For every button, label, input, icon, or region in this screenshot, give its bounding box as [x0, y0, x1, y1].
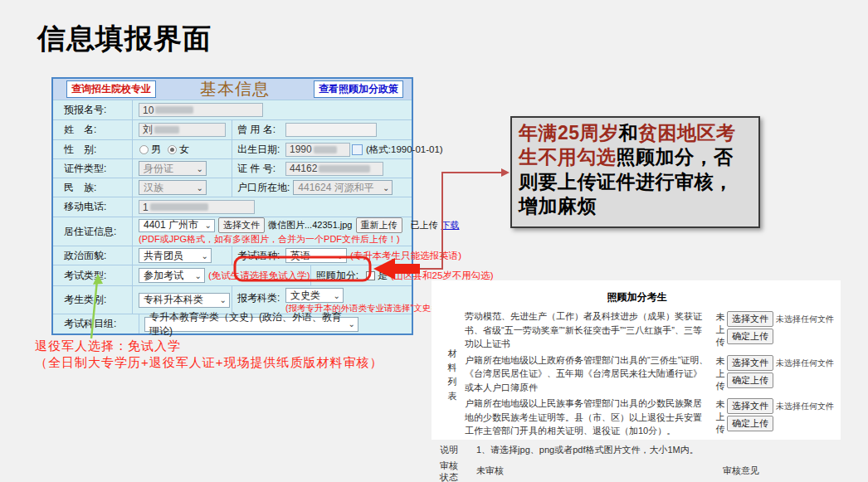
material-item-2: 户籍所在地地级以上政府侨务管理部门出具的“三侨生”证明、《台湾居民居住证》、五年…: [465, 353, 834, 395]
exam-type-label: 考试类型:: [53, 265, 133, 285]
form-header: 查询招生院校专业 基本信息 查看照顾加分政策: [53, 79, 412, 100]
chevron-down-icon: ⌄: [195, 271, 202, 280]
review-opinion-label: 审核意见: [723, 465, 759, 477]
bonus-checkbox[interactable]: [366, 271, 375, 280]
former-name-label: 曾 用 名:: [232, 123, 282, 137]
bonus-checkbox-text: 是: [378, 269, 388, 283]
chevron-down-icon: ⌄: [197, 164, 203, 173]
no-file-text-1: 未选择任何文件: [776, 314, 834, 324]
permit-note: (PDF或JPG格式，如有多张图片，合并为一个PDF文件后上传！): [139, 233, 460, 246]
bonus-callout-box: 年满25周岁和贫困地区考生不用勾选照顾加分，否则要上传证件进行审核，增加麻烦: [510, 116, 760, 228]
callout-text-1: 和: [619, 122, 639, 144]
birth-label: 出生日期:: [232, 143, 282, 157]
chevron-down-icon: ⌄: [337, 251, 344, 260]
material-item-3: 户籍所在地地级以上民族事务管理部门出具的少数民族聚居地的少数民族考生证明等。县（…: [465, 397, 834, 438]
permit-city-select[interactable]: 4401 广州市⌄: [139, 219, 215, 232]
id-type-label: 证件类型:: [53, 159, 133, 178]
gender-female-radio[interactable]: [168, 145, 177, 154]
permit-download-link[interactable]: 下载: [441, 219, 460, 231]
page-title: 信息填报界面: [37, 20, 212, 58]
former-name-input[interactable]: [285, 123, 377, 137]
choose-file-button-3[interactable]: 选择文件: [727, 398, 773, 414]
gender-female-text: 女: [179, 143, 189, 157]
id-no-label: 证 件 号:: [232, 162, 282, 176]
material-item-1: 劳动模范、先进生产（工作）者及科技进步（成果）奖获证书、省级“五一劳动奖章”“新…: [465, 309, 834, 351]
confirm-upload-button-2[interactable]: 确定上传: [727, 372, 773, 388]
permit-label: 居住证信息:: [53, 217, 133, 246]
preno-label: 预报名号:: [53, 100, 133, 119]
view-bonus-policy-button[interactable]: 查看照顾加分政策: [314, 80, 403, 98]
review-status-value: 未审核: [476, 465, 504, 477]
subject-group-label: 考试科目组:: [53, 314, 139, 334]
query-colleges-button[interactable]: 查询招生院校专业: [66, 80, 156, 98]
subject-class-label: 报考科类:: [232, 288, 282, 305]
chevron-down-icon: ⌄: [220, 295, 227, 304]
material-list-label: 材 料 列 表: [440, 309, 465, 441]
basic-info-form: 查询招生院校专业 基本信息 查看照顾加分政策 预报名号: 10 姓 名: 刘 曾…: [51, 77, 413, 335]
veteran-note: 退役军人选择：免试入学 （全日制大专学历+退役军人证+现场提供纸质版材料审核）: [35, 338, 383, 372]
row-permit: 居住证信息: 4401 广州市⌄ 选择文件 微信图片...42351.jpg 重…: [53, 217, 412, 246]
gender-male-radio[interactable]: [139, 145, 149, 154]
subject-class-select[interactable]: 文史类⌄: [285, 288, 344, 303]
subject-group-select[interactable]: 专升本教育学类（文史）(政治、外语、教育理论)⌄: [144, 317, 358, 332]
category-select[interactable]: 专科升本科类⌄: [139, 293, 230, 308]
name-input[interactable]: 刘: [139, 123, 226, 137]
language-label: 考试语种:: [232, 249, 282, 263]
bonus-label: 照顾加分:: [311, 269, 361, 283]
chevron-down-icon: ⌄: [202, 251, 208, 260]
material-item-1-status: 未上传: [714, 309, 727, 351]
confirm-upload-button-3[interactable]: 确定上传: [727, 416, 773, 431]
chevron-down-icon: ⌄: [334, 291, 340, 300]
row-preno: 预报名号: 10: [53, 100, 412, 119]
name-label: 姓 名:: [53, 120, 133, 139]
row-subject-group: 考试科目组: 专升本教育学类（文史）(政治、外语、教育理论)⌄: [53, 314, 412, 334]
material-item-3-status: 未上传: [714, 397, 727, 438]
row-ethnic-residence: 民 族: 汉族⌄ 户口所在地: 441624 河源和平⌄: [53, 178, 412, 197]
row-political-language: 政治面貌: 共青团员⌄ 考试语种: 英语⌄ (专升本考生只能选报英语): [53, 246, 412, 265]
exam-type-note: (免试生请选择免试入学): [208, 270, 310, 282]
callout-highlight-1: 年满25周岁: [519, 122, 619, 144]
row-name: 姓 名: 刘 曾 用 名:: [53, 119, 412, 139]
permit-reupload-button[interactable]: 重新上传: [356, 217, 402, 233]
political-select[interactable]: 共青团员⌄: [139, 248, 212, 263]
confirm-upload-button-1[interactable]: 确定上传: [727, 329, 773, 344]
bonus-materials-panel: 照顾加分考生 材 料 列 表 劳动模范、先进生产（工作）者及科技进步（成果）奖获…: [432, 280, 841, 440]
mobile-input[interactable]: 1: [139, 200, 255, 214]
row-examtype-bonus: 考试类型: 参加考试⌄ (免试生请选择免试入学) 照顾加分: 是 (山区县和25…: [53, 265, 412, 285]
preno-input[interactable]: 10: [139, 103, 263, 117]
residence-label: 户口所在地:: [232, 181, 290, 195]
choose-file-button-1[interactable]: 选择文件: [727, 311, 773, 327]
bonus-panel-title: 照顾加分考生: [440, 290, 834, 304]
language-select[interactable]: 英语⌄: [285, 248, 347, 263]
permit-uploaded-status: 已上传: [411, 219, 438, 231]
id-no-input[interactable]: 44162: [285, 162, 383, 176]
row-mobile: 移动电话: 1: [53, 197, 412, 217]
ethnic-select[interactable]: 汉族⌄: [139, 180, 207, 195]
chevron-down-icon: ⌄: [383, 183, 389, 192]
permit-choose-file-button[interactable]: 选择文件: [218, 217, 265, 233]
mobile-label: 移动电话:: [53, 197, 133, 217]
form-title: 基本信息: [200, 78, 270, 100]
choose-file-button-2[interactable]: 选择文件: [727, 355, 773, 371]
no-file-text-2: 未选择任何文件: [776, 358, 834, 368]
material-item-1-text: 劳动模范、先进生产（工作）者及科技进步（成果）奖获证书、省级“五一劳动奖章”“新…: [465, 309, 714, 351]
political-label: 政治面貌:: [53, 246, 133, 265]
birth-format-note: (格式:1990-01-01): [366, 144, 443, 156]
row-idtype-idno: 证件类型: 身份证⌄ 证 件 号: 44162: [53, 158, 412, 178]
gender-label: 性 别:: [53, 140, 133, 158]
note-label: 说明: [440, 444, 465, 456]
language-note: (专升本考生只能选报英语): [350, 250, 461, 262]
birth-input[interactable]: 1990: [285, 143, 350, 157]
material-item-2-status: 未上传: [714, 353, 727, 395]
row-gender-birth: 性 别: 男 女 出生日期: 1990 (格式:1990-01-01): [53, 139, 412, 158]
residence-select[interactable]: 441624 河源和平⌄: [293, 180, 393, 195]
veteran-note-line1: 退役军人选择：免试入学: [35, 338, 383, 354]
chevron-down-icon: ⌄: [205, 221, 212, 230]
veteran-note-line2: （全日制大专学历+退役军人证+现场提供纸质版材料审核）: [35, 354, 383, 371]
exam-type-select[interactable]: 参加考试⌄: [139, 268, 205, 283]
id-type-select[interactable]: 身份证⌄: [139, 161, 207, 176]
note-text: 1、请选择jpg、png或者pdf格式图片文件，大小1M内。: [476, 444, 699, 456]
calendar-icon[interactable]: [352, 144, 363, 155]
ethnic-label: 民 族:: [53, 178, 133, 197]
material-item-3-text: 户籍所在地地级以上民族事务管理部门出具的少数民族聚居地的少数民族考生证明等。县（…: [465, 397, 714, 438]
